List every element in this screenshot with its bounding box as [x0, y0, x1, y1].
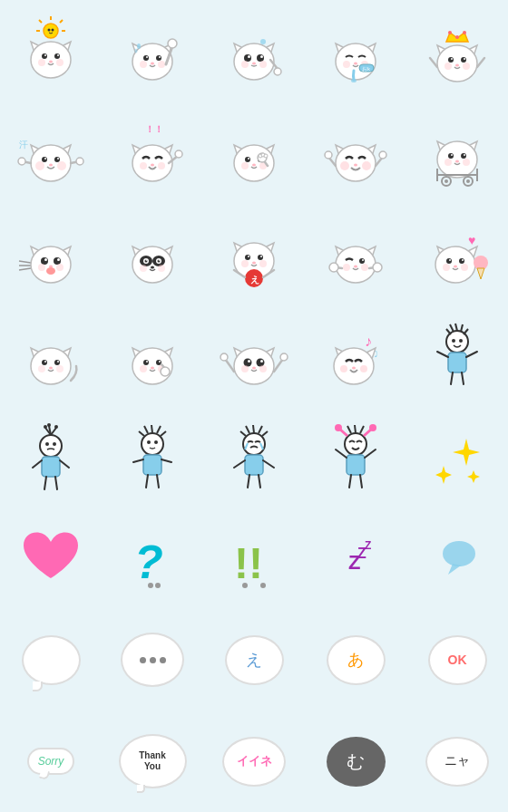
svg-point-200 [461, 264, 468, 271]
sticker-cell-8[interactable] [203, 102, 305, 203]
sticker-cell-2[interactable] [102, 0, 203, 102]
sticker-cell-35[interactable]: OK [406, 609, 508, 710]
sticker-cell-10[interactable] [406, 102, 508, 203]
svg-point-126 [455, 160, 459, 163]
svg-rect-255 [448, 353, 466, 372]
svg-rect-295 [245, 455, 263, 475]
svg-point-75 [44, 158, 46, 160]
sticker-cell-34[interactable]: あ [305, 609, 406, 710]
svg-point-102 [241, 162, 249, 169]
sticker-cell-6[interactable]: 汗 [0, 102, 102, 203]
sticker-cell-37[interactable]: ThankYou [102, 710, 203, 812]
sticker-cell-7[interactable]: ！！ [102, 102, 203, 203]
sticker-cell-21[interactable] [0, 406, 102, 508]
sticker-cell-24[interactable] [305, 406, 406, 508]
svg-point-253 [452, 339, 455, 343]
sticker-cell-27[interactable]: ? [102, 508, 203, 609]
svg-point-198 [454, 266, 457, 268]
svg-point-43 [274, 68, 281, 75]
svg-point-183 [354, 266, 357, 268]
svg-line-236 [274, 359, 283, 372]
sticker-panda [112, 213, 193, 295]
svg-point-0 [44, 24, 58, 38]
svg-line-283 [133, 459, 143, 462]
sticker-cell-13[interactable]: え [203, 203, 305, 304]
sticker-cell-18[interactable] [203, 304, 305, 406]
svg-line-292 [262, 431, 268, 436]
sticker-cell-26[interactable] [0, 508, 102, 609]
sticker-cell-29[interactable]: Z Z Z [305, 508, 406, 609]
svg-point-145 [57, 258, 60, 261]
sticker-cell-30[interactable] [406, 508, 508, 609]
sticker-speech-drop [416, 517, 498, 599]
svg-text:おk: おk [362, 66, 371, 72]
thankyou-text: ThankYou [139, 750, 165, 772]
sticker-grid: おk [0, 0, 508, 812]
sticker-cell-25[interactable] [406, 406, 508, 508]
svg-point-88 [132, 145, 172, 181]
svg-point-215 [132, 348, 172, 384]
sticker-cell-31[interactable] [0, 609, 102, 710]
svg-point-78 [35, 161, 44, 170]
sticker-cell-3[interactable] [203, 0, 305, 102]
svg-point-170 [260, 256, 262, 257]
sticker-cell-1[interactable] [0, 0, 102, 102]
sticker-cell-16[interactable] [0, 304, 102, 406]
sticker-cell-40[interactable]: ニャ [406, 710, 508, 812]
svg-point-40 [241, 61, 249, 68]
svg-point-300 [345, 433, 366, 455]
sticker-cell-9[interactable] [305, 102, 406, 203]
svg-line-298 [248, 475, 249, 488]
svg-line-311 [349, 475, 351, 488]
svg-line-291 [240, 431, 246, 436]
svg-point-221 [140, 365, 147, 372]
svg-point-199 [443, 264, 450, 271]
svg-point-49 [351, 79, 357, 82]
sticker-cat-icecream: ♥ [416, 213, 498, 295]
sticker-cell-28[interactable]: !! [203, 508, 305, 609]
svg-marker-315 [467, 470, 480, 483]
sticker-cell-39[interactable]: む [305, 710, 406, 812]
sticker-stick-happy [416, 314, 498, 396]
sticker-cell-5[interactable] [406, 0, 508, 102]
sticker-cell-17[interactable] [102, 304, 203, 406]
sticker-cat-wink [315, 213, 396, 295]
svg-line-277 [157, 426, 161, 433]
sticker-cell-19[interactable]: ♪ ♫ [305, 304, 406, 406]
svg-line-68 [430, 58, 437, 67]
svg-point-24 [159, 56, 161, 58]
svg-line-258 [451, 372, 453, 384]
svg-point-169 [248, 256, 249, 257]
svg-line-286 [157, 475, 159, 488]
svg-point-57 [463, 31, 466, 34]
svg-point-212 [56, 365, 64, 372]
sticker-cell-32[interactable] [102, 609, 203, 710]
sticker-cell-23[interactable] [203, 406, 305, 508]
svg-text:！！: ！！ [145, 124, 163, 134]
sticker-cell-22[interactable] [102, 406, 203, 508]
sticker-mu-bubble: む [315, 720, 396, 802]
svg-point-121 [437, 141, 477, 178]
sticker-cell-12[interactable] [102, 203, 203, 304]
sticker-cell-11[interactable] [0, 203, 102, 304]
svg-point-122 [448, 153, 454, 159]
sticker-cat-crown [416, 10, 498, 92]
sticker-cell-4[interactable]: おk [305, 0, 406, 102]
svg-line-272 [44, 477, 46, 489]
ok-text: OK [448, 652, 467, 667]
mu-character: む [347, 749, 365, 774]
sticker-cell-38[interactable]: イイネ [203, 710, 305, 812]
svg-line-4 [39, 20, 42, 23]
sticker-cell-36[interactable]: Sorry [0, 710, 102, 812]
sticker-cell-15[interactable]: ♥ [406, 203, 508, 304]
svg-line-271 [60, 460, 69, 468]
svg-point-76 [57, 158, 59, 160]
svg-line-136 [19, 261, 31, 263]
svg-point-144 [44, 258, 47, 261]
svg-point-79 [57, 161, 66, 170]
sticker-cell-20[interactable] [406, 304, 508, 406]
sticker-cell-33[interactable]: え [203, 609, 305, 710]
sticker-cell-14[interactable] [305, 203, 406, 304]
svg-point-254 [459, 339, 463, 343]
svg-line-303 [360, 426, 364, 433]
